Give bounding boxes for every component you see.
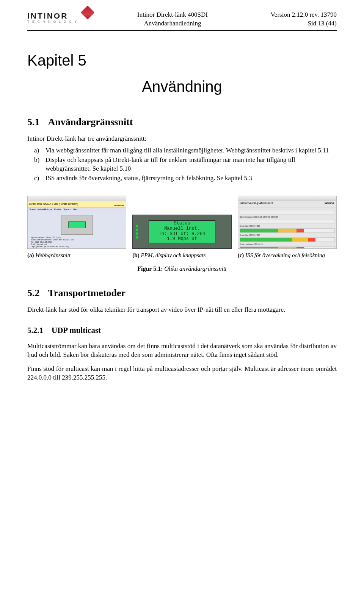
header-center: Intinor Direkt-länk 400SDI Användarhandl… (92, 11, 253, 28)
figure-caption-text: ISS för övervakning och felsökning (245, 252, 325, 258)
section-number: 5.2 (27, 287, 40, 299)
list-marker: b) (34, 156, 42, 173)
section-5-1-heading: 5.1 Användargränssnitt (27, 116, 337, 128)
figure-b-caption: (b) PPM, display och knappsats (132, 252, 231, 259)
section-number: 5.1 (27, 116, 40, 128)
list-item: a) Via webbgränssnittet får man tillgång… (34, 146, 337, 155)
chapter-label: Kapitel 5 (27, 52, 337, 69)
list-text: Display och knappsats på Direkt-länk är … (46, 156, 337, 173)
figure-c-image: Nätövervakning: Aftonbladet INTINOR Nätv… (238, 196, 337, 249)
brand-name: INTINOR (27, 11, 68, 20)
header-rule (27, 30, 337, 31)
device-lcd-screen: Status Manuell inst. In: SDI Ut: H.264 1… (149, 220, 215, 243)
lcd-line: Manuell inst. (149, 226, 215, 232)
figure-5-1-caption: Figur 5.1: Olika användargränssnitt (27, 265, 337, 272)
lcd-line: In: SDI Ut: H.264 (149, 232, 215, 237)
figure-a-image: Direkt-länk 400SDI / 385 (Första connein… (27, 196, 126, 249)
led-icon (136, 236, 138, 239)
led-icon (136, 229, 138, 231)
figure-caption-text: Webbgränssnitt (35, 252, 71, 258)
section-5-2-1-heading: 5.2.1 UDP multicast (27, 326, 337, 335)
doc-page: Sid 13 (44) (253, 19, 337, 28)
list-marker: a) (34, 146, 42, 155)
doc-title: Intinor Direkt-länk 400SDI (92, 11, 253, 19)
figure-b: Status Manuell inst. In: SDI Ut: H.264 1… (132, 215, 231, 259)
figure-c-caption: (c) ISS för övervakning och felsökning (238, 252, 337, 259)
figure-label: (b) (132, 252, 139, 258)
figure-5-1: Direkt-länk 400SDI / 385 (Första connein… (27, 196, 337, 259)
lcd-line: 1.9 Mbps ut (149, 237, 215, 242)
figure-a: Direkt-länk 400SDI / 385 (Första connein… (27, 196, 126, 259)
list-item: b) Display och knappsats på Direkt-länk … (34, 156, 337, 173)
section-5-2-heading: 5.2 Transportmetoder (27, 287, 337, 299)
section-title: Transportmetoder (48, 287, 126, 299)
header-right: Version 2.12.0 rev. 13790 Sid 13 (44) (253, 11, 337, 28)
figure-title: Olika användargränssnitt (164, 265, 226, 272)
lcd-line: Status (149, 221, 215, 226)
brand-logo: INTINOR TECHNOLOGY (27, 11, 92, 28)
figure-label: (a) (27, 252, 34, 258)
section-5-1-list: a) Via webbgränssnittet får man tillgång… (34, 146, 337, 183)
figure-label: (c) (238, 252, 244, 258)
figure-a-banner: Direkt-länk 400SDI / 385 (Första connein… (28, 201, 126, 207)
figure-b-image: Status Manuell inst. In: SDI Ut: H.264 1… (132, 215, 231, 249)
subsection-title: UDP multicast (52, 326, 101, 335)
list-marker: c) (34, 174, 42, 183)
subsection-number: 5.2.1 (27, 326, 43, 335)
figure-c-row-label: Nätverksstatus 2015-06-15 18:00:00-23:59… (240, 216, 335, 218)
doc-version: Version 2.12.0 rev. 13790 (253, 11, 337, 19)
section-5-2-1-para2: Finns stöd för multicast kan man i regel… (27, 365, 337, 382)
section-title: Användargränssnitt (48, 116, 133, 128)
figure-a-caption: (a) Webbgränssnitt (27, 252, 126, 259)
led-icon (136, 232, 138, 235)
section-5-2-para: Direkt-länk har stöd för olika tekniker … (27, 306, 337, 314)
figure-number: Figur 5.1: (137, 265, 163, 272)
section-5-1-intro: Intinor Direkt-länk har tre användargrän… (27, 135, 337, 143)
figure-caption-text: PPM, display och knappsats (141, 252, 206, 258)
doc-subtitle: Användarhandledning (92, 19, 253, 28)
section-5-2-1-para1: Multicastströmmar kan bara användas om d… (27, 342, 337, 359)
list-text: ISS används för övervakning, status, fjä… (46, 174, 252, 183)
page-header: INTINOR TECHNOLOGY Intinor Direkt-länk 4… (27, 11, 337, 30)
list-text: Via webbgränssnittet får man tillgång ti… (46, 146, 329, 155)
chapter-title: Användning (27, 78, 337, 95)
brand-tagline: TECHNOLOGY (27, 20, 80, 24)
list-item: c) ISS används för övervakning, status, … (34, 174, 337, 183)
figure-c: Nätövervakning: Aftonbladet INTINOR Nätv… (238, 196, 337, 259)
led-icon (136, 225, 138, 227)
figure-c-title: Nätövervakning: Aftonbladet (238, 201, 336, 207)
